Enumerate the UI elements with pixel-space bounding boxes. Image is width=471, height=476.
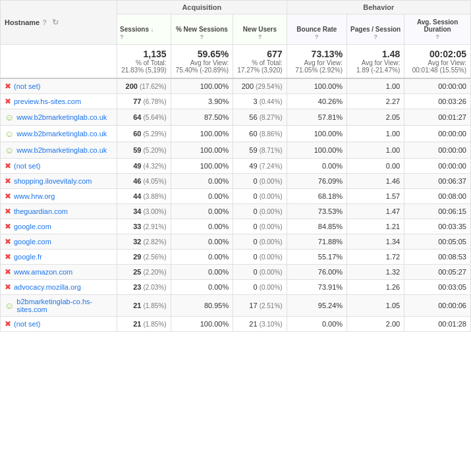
hostname-link[interactable]: www.b2bmarketinglab.co.uk xyxy=(16,113,107,121)
summary-pct-new: 59.65% xyxy=(175,49,229,59)
sessions-cell: 21 (1.85%) xyxy=(117,295,171,317)
new-users-cell: 200 (29.54%) xyxy=(233,78,287,94)
bounce-rate-help-icon[interactable]: ? xyxy=(315,34,319,40)
pct-new-cell: 0.00% xyxy=(171,234,233,250)
pages-session-cell: 1.46 xyxy=(347,174,404,189)
sessions-cell: 44 (3.88%) xyxy=(117,189,171,204)
bounce-rate-cell: 57.81% xyxy=(287,109,346,126)
pages-session-cell: 1.47 xyxy=(347,204,404,219)
pages-session-cell: 1.57 xyxy=(347,189,404,204)
analytics-table-container: Hostname ? ↻ Acquisition Behavior Sessio… xyxy=(0,0,471,332)
pages-session-cell: 1.32 xyxy=(347,265,404,280)
bounce-rate-col-header[interactable]: Bounce Rate ? xyxy=(287,14,346,45)
sessions-cell: 46 (4.05%) xyxy=(117,174,171,189)
pct-new-cell: 0.00% xyxy=(171,174,233,189)
new-users-cell: 0 (0.00%) xyxy=(233,250,287,265)
pct-new-cell: 100.00% xyxy=(171,78,233,94)
avg-session-cell: 00:06:37 xyxy=(404,174,471,189)
sessions-cell: 32 (2.82%) xyxy=(117,234,171,250)
table-row: ✖(not set)200 (17.62%)100.00%200 (29.54%… xyxy=(1,78,471,94)
hostname-link[interactable]: preview.hs-sites.com xyxy=(14,97,81,105)
table-row: ✖advocacy.mozilla.org23 (2.03%)0.00%0 (0… xyxy=(1,280,471,295)
hostname-link[interactable]: shopping.ilovevitaly.com xyxy=(14,177,92,185)
bounce-rate-cell: 100.00% xyxy=(287,78,346,94)
avg-session-col-header[interactable]: Avg. Session Duration ? xyxy=(404,14,471,45)
hostname-link[interactable]: google.com xyxy=(14,238,51,246)
pct-new-cell: 100.00% xyxy=(171,126,233,142)
hostname-link[interactable]: (not set) xyxy=(14,320,40,328)
hostname-refresh-icon[interactable]: ↻ xyxy=(52,18,59,27)
pct-new-cell: 0.00% xyxy=(171,280,233,295)
pct-new-cell: 0.00% xyxy=(171,265,233,280)
new-users-cell: 0 (0.00%) xyxy=(233,174,287,189)
pages-session-help-icon[interactable]: ? xyxy=(374,34,377,40)
table-row: ✖preview.hs-sites.com77 (6.78%)3.90%3 (0… xyxy=(1,94,471,109)
avg-session-cell: 00:08:00 xyxy=(404,189,471,204)
sessions-cell: 25 (2.20%) xyxy=(117,265,171,280)
pct-new-cell: 80.95% xyxy=(171,295,233,317)
pct-new-sessions-col-header[interactable]: % New Sessions ? xyxy=(171,14,233,45)
hostname-link[interactable]: www.b2bmarketinglab.co.uk xyxy=(16,130,107,138)
avg-session-cell: 00:08:53 xyxy=(404,250,471,265)
avg-session-cell: 00:01:28 xyxy=(404,317,471,332)
table-row: ✖theguardian.com34 (3.00%)0.00%0 (0.00%)… xyxy=(1,204,471,219)
summary-pages: 1.48 xyxy=(351,49,400,59)
hostname-link[interactable]: www.b2bmarketinglab.co.uk xyxy=(16,146,107,154)
sessions-cell: 60 (5.29%) xyxy=(117,126,171,142)
avg-session-cell: 00:00:06 xyxy=(404,295,471,317)
summary-avg-session: 00:02:05 xyxy=(408,49,466,59)
new-users-cell: 0 (0.00%) xyxy=(233,189,287,204)
new-users-cell: 56 (8.27%) xyxy=(233,109,287,126)
avg-session-help-icon[interactable]: ? xyxy=(435,34,439,40)
pct-new-cell: 0.00% xyxy=(171,204,233,219)
hostname-link[interactable]: www.amazon.com xyxy=(14,268,72,276)
pages-session-cell: 1.21 xyxy=(347,219,404,234)
x-icon: ✖ xyxy=(5,267,11,277)
pages-session-cell: 1.05 xyxy=(347,295,404,317)
hostname-link[interactable]: b2bmarketinglab-co.hs-sites.com xyxy=(16,298,113,313)
sessions-col-header[interactable]: Sessions ↓ ? xyxy=(117,14,171,45)
avg-session-cell: 00:03:35 xyxy=(404,219,471,234)
new-users-col-header[interactable]: New Users ? xyxy=(233,14,287,45)
pages-session-cell: 1.72 xyxy=(347,250,404,265)
avg-session-cell: 00:01:27 xyxy=(404,109,471,126)
x-icon: ✖ xyxy=(5,222,11,231)
hostname-link[interactable]: advocacy.mozilla.org xyxy=(14,283,81,291)
avg-session-cell: 00:00:00 xyxy=(404,78,471,94)
hostname-link[interactable]: (not set) xyxy=(14,82,40,90)
bounce-rate-cell: 84.85% xyxy=(287,219,346,234)
new-users-help-icon[interactable]: ? xyxy=(258,34,262,40)
sessions-cell: 34 (3.00%) xyxy=(117,204,171,219)
table-row: ✖(not set)21 (1.85%)100.00%21 (3.10%)0.0… xyxy=(1,317,471,332)
avg-session-cell: 00:00:00 xyxy=(404,126,471,142)
bounce-rate-cell: 73.91% xyxy=(287,280,346,295)
pages-session-cell: 0.00 xyxy=(347,159,404,174)
behavior-group-header: Behavior xyxy=(287,1,470,14)
sort-arrow-sessions: ↓ xyxy=(151,26,154,33)
x-icon: ✖ xyxy=(5,282,11,292)
sessions-cell: 77 (6.78%) xyxy=(117,94,171,109)
avg-session-cell: 00:05:05 xyxy=(404,234,471,250)
pages-session-col-header[interactable]: Pages / Session ? xyxy=(347,14,404,45)
pct-new-help-icon[interactable]: ? xyxy=(200,34,204,40)
bounce-rate-cell: 71.88% xyxy=(287,234,346,250)
hostname-link[interactable]: google.fr xyxy=(14,253,42,261)
pages-session-cell: 1.26 xyxy=(347,280,404,295)
summary-bounce-sub: Avg for View: 71.05% (2.92%) xyxy=(291,59,343,74)
x-icon: ✖ xyxy=(5,237,11,246)
smile-icon: ☺ xyxy=(5,145,14,155)
new-users-cell: 17 (2.51%) xyxy=(233,295,287,317)
sessions-cell: 29 (2.56%) xyxy=(117,250,171,265)
hostname-link[interactable]: (not set) xyxy=(14,162,40,170)
hostname-help-icon[interactable]: ? xyxy=(42,18,47,26)
x-icon: ✖ xyxy=(5,192,11,201)
sessions-help-icon[interactable]: ? xyxy=(120,34,124,40)
summary-pages-sub: Avg for View: 1.89 (-21.47%) xyxy=(351,59,400,74)
bounce-rate-cell: 73.53% xyxy=(287,204,346,219)
new-users-cell: 60 (8.86%) xyxy=(233,126,287,142)
hostname-link[interactable]: www.hrw.org xyxy=(14,192,55,200)
sessions-cell: 49 (4.32%) xyxy=(117,159,171,174)
hostname-link[interactable]: google.com xyxy=(14,223,51,230)
pct-new-cell: 100.00% xyxy=(171,159,233,174)
hostname-link[interactable]: theguardian.com xyxy=(14,207,68,215)
